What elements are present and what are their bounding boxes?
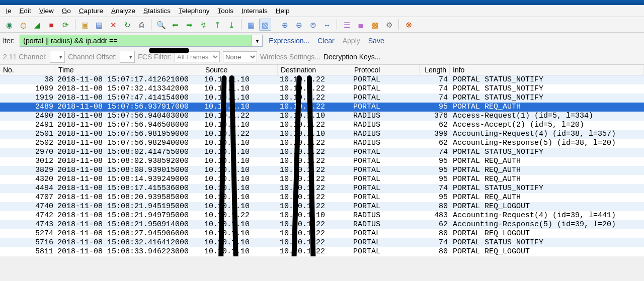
cell-info: PORTAL REQ_AUTH	[450, 166, 644, 175]
print-icon[interactable]: ⎙	[135, 19, 147, 31]
packet-row[interactable]: 24892018-11-08 15:07:56.93791700010.10.1…	[0, 103, 644, 112]
cell-info: PORTAL REQ_LOGOUT	[450, 229, 644, 238]
packet-row[interactable]: 58112018-11-08 15:08:33.94622300010.10.1…	[0, 247, 644, 256]
cell-info: PORTAL STATUS_NOTIFY	[450, 238, 644, 247]
go-back-icon[interactable]: ⬅	[169, 19, 181, 31]
col-header-no[interactable]: No.	[0, 65, 55, 75]
menu-go[interactable]: Go	[58, 6, 75, 16]
menu-tools[interactable]: Tools	[214, 6, 238, 16]
menu-statistics[interactable]: Statistics	[139, 6, 175, 16]
col-header-length[interactable]: Length	[420, 65, 450, 75]
cell-no: 4742	[0, 211, 55, 220]
packet-row[interactable]: 47402018-11-08 15:08:21.94519500010.10.1…	[0, 202, 644, 211]
menu-edit[interactable]: Edit	[16, 6, 35, 16]
help-icon[interactable]: ☸	[403, 19, 415, 31]
cell-info: Accounting-Response(5) (id=39, l=20)	[450, 220, 644, 229]
packet-row[interactable]: 43202018-11-08 15:08:14.93924900010.10.1…	[0, 175, 644, 184]
col-header-source[interactable]: Source	[202, 65, 278, 75]
go-forward-icon[interactable]: ➡	[183, 19, 195, 31]
capture-start-icon[interactable]: ◢	[31, 19, 43, 31]
resize-columns-icon[interactable]: ↔	[321, 19, 333, 31]
cell-no: 2491	[0, 121, 55, 130]
cell-length: 399	[420, 130, 450, 139]
wireless-settings-button[interactable]: Wireless Settings...	[260, 53, 320, 61]
menu-view[interactable]: View	[35, 6, 58, 16]
zoom-normal-icon[interactable]: ⊜	[307, 19, 319, 31]
packet-row[interactable]: 10992018-11-08 15:07:32.41334200010.10.1…	[0, 84, 644, 93]
packet-row[interactable]: 52742018-11-08 15:08:27.94590600010.10.1…	[0, 229, 644, 238]
preferences-icon[interactable]: ⚙	[383, 19, 395, 31]
iface-options-icon[interactable]: ◍	[17, 19, 29, 31]
packet-row[interactable]: 44942018-11-08 15:08:17.41553600010.10.1…	[0, 184, 644, 193]
wireless-offset-select[interactable]: ▾	[120, 51, 135, 63]
wireless-decode-select[interactable]: None	[223, 51, 257, 62]
cell-info: PORTAL STATUS_NOTIFY	[450, 184, 644, 193]
cell-protocol: PORTAL	[351, 93, 420, 103]
cell-destination: 10.10.1.22	[278, 84, 351, 93]
packet-row[interactable]: 25012018-11-08 15:07:56.98195900010.10.1…	[0, 130, 644, 139]
coloring-rules-icon[interactable]: ▩	[369, 19, 381, 31]
packet-row[interactable]: 25022018-11-08 15:07:56.98294000010.10.1…	[0, 139, 644, 148]
colorize-icon[interactable]: ▦	[245, 19, 257, 31]
wireless-channel-select[interactable]: ▾	[50, 51, 65, 63]
menu-internals[interactable]: Internals	[237, 6, 272, 16]
file-close-icon[interactable]: ✕	[107, 19, 119, 31]
toolbar-separator	[275, 19, 275, 30]
capture-filters-icon[interactable]: ☰	[341, 19, 353, 31]
cell-info: Accounting-Request(4) (id=38, l=357)	[450, 130, 644, 139]
menu-le[interactable]: le	[2, 6, 16, 16]
cell-length: 95	[420, 157, 450, 166]
packet-row[interactable]: 38292018-11-08 15:08:08.93901500010.10.1…	[0, 166, 644, 175]
toolbar-separator	[151, 19, 151, 30]
cell-info: PORTAL STATUS_NOTIFY	[450, 148, 644, 157]
go-last-icon[interactable]: ⤓	[225, 19, 237, 31]
packet-row[interactable]: 24912018-11-08 15:07:56.94650800010.10.1…	[0, 121, 644, 130]
filter-dropdown-button[interactable]: ▼	[252, 35, 263, 47]
go-first-icon[interactable]: ⤒	[211, 19, 223, 31]
menu-telephony[interactable]: Telephony	[175, 6, 214, 16]
packet-row[interactable]: 47432018-11-08 15:08:21.95091400010.10.1…	[0, 220, 644, 229]
menu-analyze[interactable]: Analyze	[107, 6, 139, 16]
col-header-destination[interactable]: Destination	[278, 65, 351, 75]
cell-length: 95	[420, 103, 450, 112]
file-open-icon[interactable]: ▣	[79, 19, 91, 31]
zoom-in-icon[interactable]: ⊕	[279, 19, 291, 31]
filter-expression-button[interactable]: Expression...	[267, 36, 311, 46]
packet-row[interactable]: 19192018-11-08 15:07:47.41415400010.10.1…	[0, 93, 644, 103]
menu-capture[interactable]: Capture	[75, 6, 107, 16]
cell-no: 5811	[0, 247, 55, 256]
cell-no: 4740	[0, 202, 55, 211]
zoom-out-icon[interactable]: ⊖	[293, 19, 305, 31]
file-save-icon[interactable]: ▤	[93, 19, 105, 31]
packet-row[interactable]: 57162018-11-08 15:08:32.41641200010.10.1…	[0, 238, 644, 247]
reload-icon[interactable]: ↻	[121, 19, 133, 31]
capture-stop-icon[interactable]: ■	[45, 19, 57, 31]
wireless-fcs-select[interactable]: All Frames	[175, 51, 220, 62]
capture-restart-icon[interactable]: ⟳	[59, 19, 71, 31]
packet-row[interactable]: 30122018-11-08 15:08:02.93859200010.10.1…	[0, 157, 644, 166]
packet-row[interactable]: 24902018-11-08 15:07:56.94040300010.10.1…	[0, 112, 644, 121]
decryption-keys-button[interactable]: Decryption Keys...	[324, 53, 381, 61]
packet-row[interactable]: 47072018-11-08 15:08:20.93958500010.10.1…	[0, 193, 644, 202]
filter-save-button[interactable]: Save	[366, 36, 386, 46]
col-header-protocol[interactable]: Protocol	[351, 65, 420, 75]
display-filters-icon[interactable]: ≣	[355, 19, 367, 31]
cell-destination: 10.10.1.10	[278, 211, 351, 220]
col-header-info[interactable]: Info	[450, 65, 644, 75]
packet-row[interactable]: 29702018-11-08 15:08:02.41475500010.10.1…	[0, 148, 644, 157]
iface-list-icon[interactable]: ◉	[3, 19, 15, 31]
cell-protocol: PORTAL	[351, 75, 420, 84]
filter-bar: lter: ▼ Expression... Clear Apply Save	[0, 33, 644, 49]
filter-clear-button[interactable]: Clear	[315, 36, 336, 46]
menu-help[interactable]: Help	[272, 6, 294, 16]
auto-scroll-icon[interactable]: ▧	[259, 19, 271, 31]
find-icon[interactable]: 🔍	[155, 19, 167, 31]
go-to-packet-icon[interactable]: ↯	[197, 19, 209, 31]
display-filter-input[interactable]	[20, 35, 252, 47]
filter-apply-button[interactable]: Apply	[341, 36, 362, 46]
packet-row[interactable]: 382018-11-08 15:07:17.41262100010.10.1.1…	[0, 75, 644, 84]
col-header-time[interactable]: Time	[55, 65, 202, 75]
packet-list-body[interactable]: 382018-11-08 15:07:17.41262100010.10.1.1…	[0, 75, 644, 256]
packet-list[interactable]: No. Time Source Destination Protocol Len…	[0, 65, 644, 256]
packet-row[interactable]: 47422018-11-08 15:08:21.94979500010.10.1…	[0, 211, 644, 220]
